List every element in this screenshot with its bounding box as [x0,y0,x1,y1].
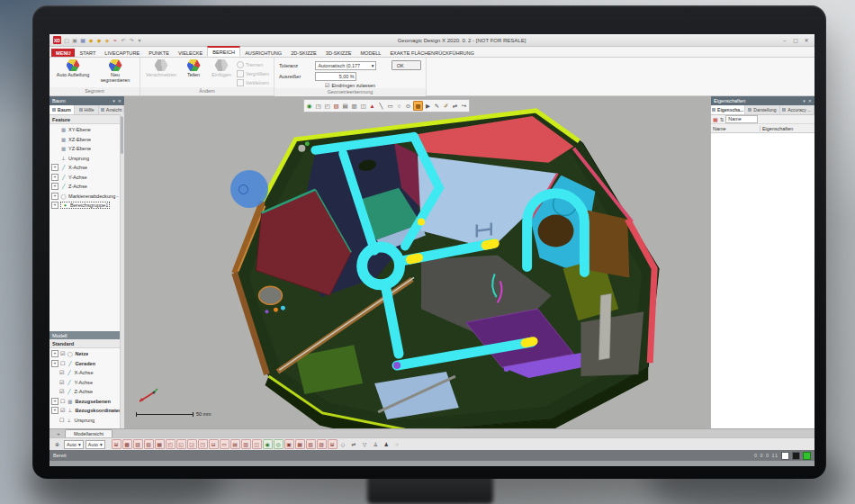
print-icon[interactable]: ▤ [341,102,349,110]
standard-row[interactable]: Standard [50,339,124,348]
tab-modell[interactable]: MODELL [356,49,385,57]
verschmelzen-button[interactable]: Verschmelzen [144,59,178,77]
tree-item-netze[interactable]: + ☑ ◯ Netze [50,349,124,359]
tab-vielecke[interactable]: VIELECKE [174,49,207,57]
bezugsebenen-checkbox[interactable]: ☐ [60,399,65,404]
tree-item-markierenabdeckung[interactable]: + ◯ Markierenabdeckung - Sc [50,192,124,202]
select-lasso-tool[interactable]: ▨ [133,439,143,449]
x-achse-checkbox[interactable]: ☑ [59,370,64,375]
shaded-view-tool[interactable]: ◉ [263,439,273,449]
expander[interactable]: + [51,360,58,367]
tree-item-bezugsebenen[interactable]: + ☐ ▦ Bezugsebenen [50,397,124,407]
deselect-tool[interactable]: ▦ [155,439,165,449]
column-name[interactable]: Name [711,126,760,131]
user-profile-1[interactable]: ♙ [371,439,381,449]
ok-button[interactable]: OK [392,60,421,70]
region-gray-pillar[interactable] [598,293,611,360]
tree-item-x-achse[interactable]: + ╱ X-Achse [50,163,124,173]
grow-selection-tool[interactable]: ◰ [166,439,176,449]
scrollbar-thumb[interactable] [121,116,123,154]
trennen-button[interactable]: Trennen [237,61,269,68]
surface-view-tool[interactable]: ▧ [306,439,316,449]
add-view-tab-button[interactable]: + [55,430,62,437]
geraden-checkbox[interactable]: ☐ [60,361,65,366]
brush-cursor[interactable] [230,170,268,208]
netze-checkbox[interactable]: ☑ [60,351,65,356]
auto-dropdown-1[interactable]: Auto ▾ [64,440,84,449]
tree-item-bezugskoordinaten[interactable]: + ☑ ⊥ Bezugskoordinaten [50,406,124,416]
copy-page-icon[interactable]: ▥ [350,102,358,110]
redo-icon[interactable]: ↷ [128,37,135,44]
select-rect-tool[interactable]: ⊞ [112,439,122,449]
sync-status[interactable]: ○ [392,439,402,449]
viewport-3d[interactable]: ◉◳◰▧▤▥◫▲╲▭○⊙▩▶✎✐⇄↪ [125,96,710,428]
name-filter-box[interactable]: Name [725,115,758,123]
tree-item-y-achse[interactable]: + ╱ Y-Achse [50,173,124,183]
import-icon[interactable]: ◆ [87,37,94,44]
maximize-button[interactable]: ▢ [791,37,800,43]
select-circle-tool[interactable]: ▩ [122,439,132,449]
einfuegen-button[interactable]: Einfügen [209,59,234,77]
expander[interactable]: + [51,407,58,414]
coordinate-tool[interactable]: ◇ [338,439,348,449]
color-swatch-white[interactable] [781,452,789,460]
tab-ansicht[interactable]: Ansicht [99,105,124,114]
sort-icon[interactable]: ⇅ [720,117,724,122]
brush-select-icon[interactable]: ▩ [413,101,423,111]
hide-tool[interactable]: ◳ [198,439,208,449]
tree-item-model-z-achse[interactable]: ☑ ╱ Z-Achse [58,387,124,397]
report-icon[interactable]: ◫ [359,102,367,110]
region-gray-pocket[interactable] [580,311,644,376]
refresh-view-icon[interactable]: ◉ [305,102,313,110]
expander[interactable]: + [51,164,58,171]
tree-item-xz-ebene[interactable]: ▦ XZ-Ebene [50,135,124,145]
pan-lock-icon[interactable]: ⊕ [52,439,62,449]
open-file-icon[interactable]: ▣ [71,37,78,44]
color-swatch-black[interactable] [792,452,800,460]
minimize-button[interactable]: – [780,38,789,43]
curve-view-tool[interactable]: ▦ [295,439,305,449]
invert-selection-tool[interactable]: ◲ [187,439,197,449]
shrink-selection-tool[interactable]: ◱ [176,439,186,449]
ursprung-checkbox[interactable]: ☐ [59,418,64,423]
bezugskoordinaten-checkbox[interactable]: ☑ [60,408,65,413]
close-panel-icon[interactable]: ✕ [808,98,812,104]
expander[interactable]: + [51,183,58,190]
region-brown-pocket[interactable] [587,211,629,278]
spline-icon[interactable]: ≈ [112,37,119,44]
pin-icon[interactable]: ▾ [112,98,115,104]
line-pick-icon[interactable]: ╲ [377,102,385,110]
close-button[interactable]: ✕ [802,37,811,43]
tree-item-z-achse[interactable]: + ╱ Z-Achse [50,182,124,192]
circle-select-icon[interactable]: ○ [395,102,403,110]
ausreisser-input[interactable]: 5,00 % [315,72,356,81]
tree-item-geraden[interactable]: + ☐ ╱ Geraden [50,359,124,369]
tab-menu[interactable]: MENU [51,49,75,57]
close-panel-icon[interactable]: ✕ [118,98,122,104]
tab-punkte[interactable]: PUNKTE [144,49,174,57]
paint-icon[interactable]: ✐ [442,102,450,110]
tab-eigenschaften[interactable]: Eigenscha... [711,105,745,114]
select-paint-tool[interactable]: ▧ [144,439,154,449]
view-preset-icon[interactable]: ◳ [314,102,322,110]
tree-item-ursprung[interactable]: ⊥ Ursprung [50,154,124,164]
neu-segmentieren-button[interactable]: Neu segmentieren [95,59,135,83]
capture-image-icon[interactable]: ▧ [332,102,340,110]
tree-item-model-x-achse[interactable]: ☑ ╱ X-Achse [58,368,124,378]
wire-view-tool[interactable]: ◎ [274,439,284,449]
vergroessern-button[interactable]: Vergrößern [237,70,269,77]
export-icon[interactable]: ◆ [95,37,103,44]
tab-start[interactable]: START [75,49,100,57]
pick-arrow-icon[interactable]: ▶ [424,102,432,110]
undo-icon[interactable]: ↶ [120,37,127,44]
swap-view-icon[interactable]: ⇄ [451,102,459,110]
tab-darstellung[interactable]: Darstellung [745,105,779,114]
column-eigenschaften[interactable]: Eigenschaften [760,126,814,131]
expander[interactable]: + [51,202,58,209]
expander[interactable]: + [51,193,58,200]
toleranz-dropdown[interactable]: Automatisch (0,177 ▾ [315,61,376,70]
tab-exakte-flaechenrueckfuehrung[interactable]: EXAKTE FLÄCHENRÜCKFÜHRUNG [385,49,479,57]
auto-dropdown-2[interactable]: Auto ▾ [86,440,105,449]
tab-accuracy[interactable]: Accuracy ... [780,105,814,114]
tree-item-yz-ebene[interactable]: ▦ YZ-Ebene [50,144,124,154]
